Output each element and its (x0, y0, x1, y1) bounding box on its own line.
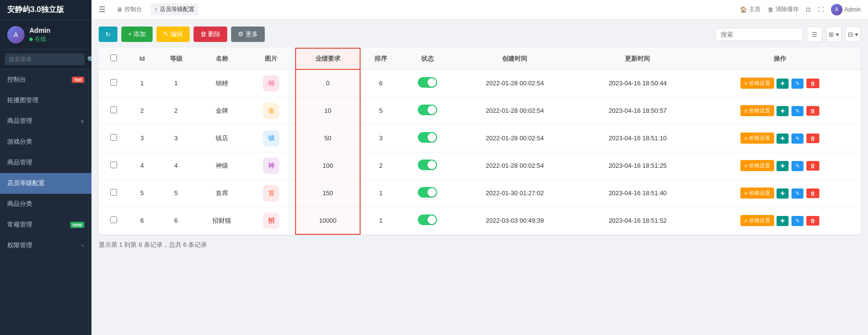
row-updated: 2023-04-16 18:51:52 (576, 207, 699, 234)
user-menu[interactable]: A Admin (831, 4, 861, 15)
menu-toggle-icon[interactable]: ☰ (99, 5, 105, 14)
view-grid-button[interactable]: ⊞ ▾ (826, 27, 842, 42)
row-checkbox[interactable] (99, 207, 129, 234)
edit-button[interactable]: ✎ 编辑 (156, 27, 190, 42)
sidebar-item-carousel[interactable]: 轮播图管理 (0, 90, 91, 111)
status-toggle[interactable] (418, 160, 437, 170)
row-image: 招 (247, 207, 296, 234)
price-setting-button[interactable]: ≡ 价格设置 (740, 105, 774, 116)
delete-action-button[interactable]: 🗑 (806, 134, 819, 143)
sidebar-user: A Admin 在线 (0, 20, 91, 50)
price-setting-button[interactable]: ≡ 价格设置 (740, 78, 774, 89)
dashboard-tab-icon: 🖥 (117, 6, 122, 13)
delete-action-button[interactable]: 🗑 (806, 106, 819, 116)
tab-member-level[interactable]: ↑ 店员等级配置 (151, 3, 198, 15)
row-level: 4 (156, 152, 196, 179)
row-status[interactable] (401, 207, 453, 234)
th-name: 名称 (196, 48, 247, 69)
add-button[interactable]: + 添加 (121, 27, 153, 42)
search-menu-input[interactable] (5, 54, 85, 65)
search-box[interactable] (715, 28, 803, 41)
edit-action-button[interactable]: ✎ (791, 106, 803, 116)
row-status[interactable] (401, 124, 453, 152)
price-setting-button[interactable]: ≡ 价格设置 (740, 188, 774, 199)
plus-icon: ✚ (780, 163, 785, 169)
edit-action-button[interactable]: ✎ (791, 79, 803, 89)
pencil-icon: ✎ (795, 163, 800, 169)
add-action-button[interactable]: ✚ (777, 79, 789, 89)
row-status[interactable] (401, 152, 453, 179)
sidebar-item-general-mgmt[interactable]: 常规管理 new (0, 214, 91, 235)
status-toggle[interactable] (418, 187, 437, 198)
row-sort: 6 (360, 69, 401, 97)
price-icon: ≡ (744, 80, 747, 86)
add-action-button[interactable]: ✚ (777, 216, 789, 226)
header-tabs: 🖥 控制台 ↑ 店员等级配置 (113, 3, 198, 15)
add-action-button[interactable]: ✚ (777, 188, 789, 199)
main-area: ☰ 🖥 控制台 ↑ 店员等级配置 🏠 主页 🗑 清除缓存 (91, 0, 868, 335)
user-status: 在线 (29, 35, 51, 43)
price-setting-button[interactable]: ≡ 价格设置 (740, 215, 774, 226)
tab-dashboard[interactable]: 🖥 控制台 (113, 3, 146, 15)
sidebar-item-member-level[interactable]: 店员等级配置 (0, 173, 91, 194)
header-right: 🏠 主页 🗑 清除缓存 ⊡ ⛶ A Admin (740, 4, 861, 15)
row-checkbox[interactable] (99, 152, 129, 179)
row-id: 1 (129, 69, 156, 97)
edit-action-button[interactable]: ✎ (791, 134, 803, 144)
pencil-icon: ✎ (795, 108, 800, 114)
row-checkbox[interactable] (99, 69, 129, 97)
row-created: 2022-01-28 00:02:54 (453, 97, 576, 124)
sidebar-item-permission[interactable]: 权限管理 < (0, 235, 91, 256)
edit-action-button[interactable]: ✎ (791, 161, 803, 171)
row-checkbox[interactable] (99, 124, 129, 152)
add-action-button[interactable]: ✚ (777, 161, 789, 171)
status-toggle[interactable] (418, 132, 437, 143)
edit-action-button[interactable]: ✎ (791, 188, 803, 199)
price-setting-button[interactable]: ≡ 价格设置 (740, 160, 774, 171)
add-action-button[interactable]: ✚ (777, 134, 789, 144)
status-toggle[interactable] (418, 77, 437, 88)
sidebar-search[interactable]: 🔍 (0, 50, 91, 69)
view-list-button[interactable]: ☰ (807, 27, 822, 42)
price-icon: ≡ (744, 135, 747, 141)
sidebar-item-product-manage[interactable]: 商品管理 (0, 152, 91, 173)
home-link[interactable]: 🏠 主页 (740, 5, 761, 13)
row-created: 2022-01-28 00:02:54 (453, 69, 576, 97)
sidebar-item-dashboard[interactable]: 控制台 hot (0, 69, 91, 90)
delete-action-button[interactable]: 🗑 (806, 79, 819, 88)
status-toggle[interactable] (418, 105, 437, 115)
delete-action-button[interactable]: 🗑 (806, 216, 819, 226)
edit-action-button[interactable]: ✎ (791, 216, 803, 226)
price-setting-button[interactable]: ≡ 价格设置 (740, 133, 774, 144)
delete-button[interactable]: 🗑 删除 (194, 27, 228, 42)
delete-action-button[interactable]: 🗑 (806, 161, 819, 171)
delete-action-button[interactable]: 🗑 (806, 188, 819, 198)
fullscreen-icon[interactable]: ⛶ (818, 6, 824, 13)
add-action-button[interactable]: ✚ (777, 106, 789, 116)
row-name: 招财猫 (196, 207, 247, 234)
sidebar-item-game-category[interactable]: 游戏分类 (0, 132, 91, 152)
trash-icon: 🗑 (810, 218, 816, 224)
status-toggle[interactable] (418, 214, 437, 225)
row-status[interactable] (401, 97, 453, 124)
row-performance: 100 (296, 152, 360, 179)
view-options-button[interactable]: ⊟ ▾ (845, 27, 861, 42)
sidebar-item-product-mgmt[interactable]: 商品管理 ∨ (0, 111, 91, 132)
select-all-checkbox[interactable] (110, 54, 117, 61)
refresh-button[interactable]: ↻ (99, 27, 117, 42)
th-updated: 更新时间 (576, 48, 699, 69)
row-status[interactable] (401, 69, 453, 97)
header: ☰ 🖥 控制台 ↑ 店员等级配置 🏠 主页 🗑 清除缓存 (91, 0, 868, 19)
search-input[interactable] (716, 28, 803, 40)
price-icon: ≡ (744, 163, 747, 169)
more-button[interactable]: ⚙ 更多 (231, 27, 265, 42)
search-icon[interactable]: 🔍 (87, 56, 91, 63)
row-checkbox[interactable] (99, 97, 129, 124)
row-checkbox[interactable] (99, 179, 129, 207)
clear-cache-btn[interactable]: 🗑 清除缓存 (768, 5, 799, 13)
th-created: 创建时间 (453, 48, 576, 69)
share-icon[interactable]: ⊡ (806, 6, 811, 13)
sidebar-item-product-category[interactable]: 商品分类 (0, 194, 91, 214)
row-sort: 2 (360, 152, 401, 179)
row-status[interactable] (401, 179, 453, 207)
